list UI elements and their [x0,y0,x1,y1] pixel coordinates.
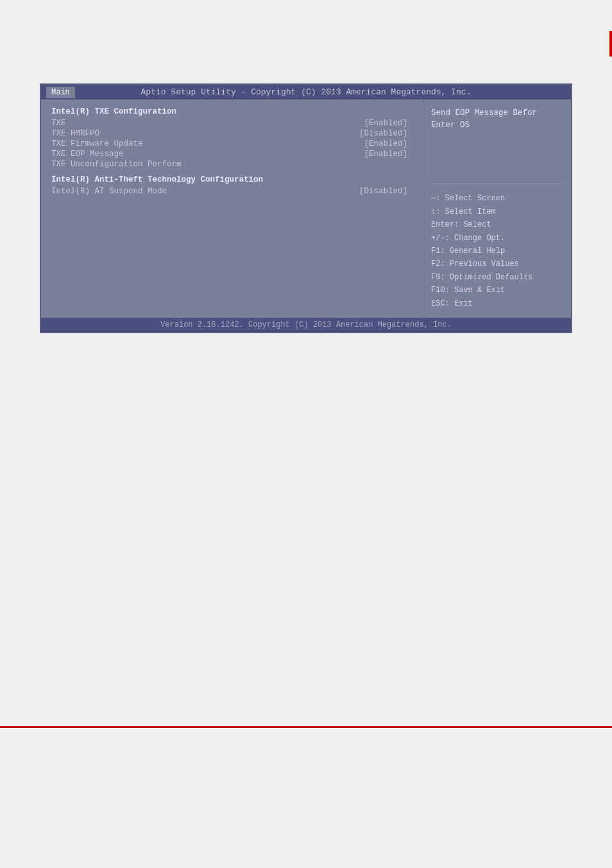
key-f2-prev: F2: Previous Values [431,257,563,270]
key-enter-select: Enter: Select [431,218,563,231]
section2-area: Intel(R) Anti-Theft Technology Configura… [51,175,412,196]
table-row[interactable]: TXE HMRFPO [Disabled] [51,129,412,138]
bios-left-panel: Intel(R) TXE Configuration TXE [Enabled]… [41,100,423,318]
row-value: [Enabled] [364,119,407,128]
bios-header-title: Aptio Setup Utility – Copyright (C) 2013… [141,87,472,97]
red-bar-bottom [0,726,612,728]
table-row[interactable]: TXE Unconfiguration Perform [51,160,412,169]
key-esc-exit: ESC: Exit [431,297,563,310]
row-value: [Enabled] [364,150,407,159]
row-label: TXE [51,119,66,128]
bios-footer: Version 2.16.1242. Copyright (C) 2013 Am… [41,318,571,332]
table-row[interactable]: Intel(R) AT Suspend Mode [Disabled] [51,187,412,196]
table-row[interactable]: TXE [Enabled] [51,119,412,128]
table-row[interactable]: TXE Firmware Update [Enabled] [51,139,412,148]
key-f1-help: F1: General Help [431,245,563,257]
red-bar-top [609,31,612,56]
row-value: [Enabled] [364,139,407,148]
key-select-screen: ↔: Select Screen [431,192,563,205]
bios-body: Intel(R) TXE Configuration TXE [Enabled]… [41,100,571,318]
row-label: TXE Unconfiguration Perform [51,160,182,169]
section1-title: Intel(R) TXE Configuration [51,107,412,116]
key-f9-defaults: F9: Optimized Defaults [431,271,563,284]
divider [431,184,563,184]
key-f10-save: F10: Save & Exit [431,284,563,297]
row-value: [Disabled] [359,129,407,138]
row-label: Intel(R) AT Suspend Mode [51,187,167,196]
bios-keyboard-shortcuts: ↔: Select Screen ↕: Select Item Enter: S… [431,192,563,310]
key-select-item: ↕: Select Item [431,205,563,218]
row-label: TXE HMRFPO [51,129,99,138]
key-change-opt: +/-: Change Opt. [431,232,563,245]
bios-right-panel: Send EOP Message Befor Enter OS ↔: Selec… [423,100,571,318]
row-value: [Disabled] [359,187,407,196]
row-label: TXE Firmware Update [51,139,143,148]
bios-help-text: Send EOP Message Befor Enter OS [431,107,563,132]
bios-window: Main Aptio Setup Utility – Copyright (C)… [40,83,572,333]
bios-header: Main Aptio Setup Utility – Copyright (C)… [41,85,571,100]
section2-title: Intel(R) Anti-Theft Technology Configura… [51,175,412,184]
bios-keys-area: ↔: Select Screen ↕: Select Item Enter: S… [431,176,563,310]
row-label: TXE EOP Message [51,150,124,159]
table-row[interactable]: TXE EOP Message [Enabled] [51,150,412,159]
bios-tab-main[interactable]: Main [46,87,75,98]
